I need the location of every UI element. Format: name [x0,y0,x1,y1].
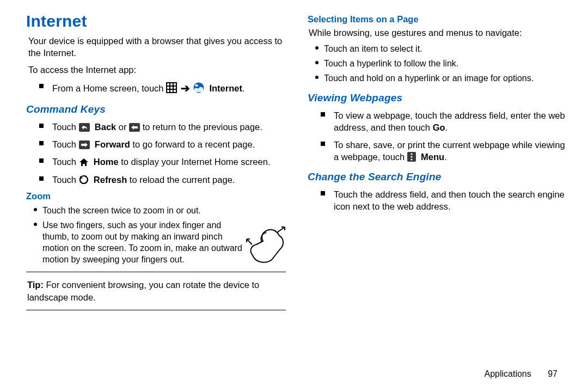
svg-point-18 [411,156,412,158]
change-engine-list: Touch the address field, and then touch … [308,188,567,213]
selecting-list: Touch an item to select it. Touch a hype… [308,43,567,84]
access-label: To access the Internet app: [26,64,286,76]
page-title: Internet [26,12,286,30]
viewing-list: To view a webpage, touch the address fie… [308,109,567,163]
viewing-item-1: To view a webpage, touch the address fie… [321,109,567,134]
svg-point-19 [411,159,412,161]
svg-rect-4 [167,87,169,89]
zoom-pinch-wrap: Use two fingers, such as your index fing… [42,219,286,265]
manual-page: Internet Your device is equipped with a … [0,0,588,392]
tip-label: Tip: [27,280,44,290]
svg-rect-7 [167,90,169,92]
change-engine-heading: Change the Search Engine [308,171,567,183]
text-pre: Touch [52,157,79,167]
selecting-intro: While browsing, use gestures and menus t… [309,27,567,39]
left-column: Internet Your device is equipped with a … [26,10,286,317]
divider-top [26,272,286,272]
access-steps: From a Home screen, touch ➔ [26,81,286,96]
text-post: to return to the previous page. [143,122,262,132]
text-post: to reload the current page. [130,175,235,185]
viewing-heading: Viewing Webpages [308,92,567,104]
viewing-item-2: To share, save, or print the current web… [321,139,567,163]
footer-page-number: 97 [548,369,558,378]
forward-arrow-icon [79,140,90,149]
command-keys-heading: Command Keys [26,103,286,115]
zoom-heading: Zoom [26,191,286,201]
text-post: to go forward to a recent page. [133,139,255,149]
two-column-layout: Internet Your device is equipped with a … [26,10,567,317]
internet-app-label: Internet [207,83,242,93]
svg-rect-1 [167,83,169,85]
intro-text: Your device is equipped with a browser t… [26,35,286,59]
svg-point-11 [195,84,198,87]
zoom-list: Touch the screen twice to zoom in or out… [26,205,286,266]
back-arrow-icon [129,123,140,132]
end: . [444,152,447,162]
menu-label: Menu [418,152,444,162]
home-item: Touch Home to display your Internet Home… [39,156,286,168]
refresh-icon [79,175,89,185]
selecting-heading: Selecting Items on a Page [308,14,567,24]
svg-rect-6 [174,87,176,89]
svg-point-17 [411,154,412,155]
text-mid: or [119,122,129,132]
text-pre: Touch [52,175,79,185]
home-icon [79,158,89,167]
text-post: to display your Internet Home screen. [121,157,270,167]
right-column: Selecting Items on a Page While browsing… [308,10,567,317]
step-text-pre: From a Home screen, touch [52,83,166,93]
forward-item: Touch Forward to go forward to a recent … [39,138,286,150]
globe-icon [193,82,204,93]
text: To view a webpage, touch the address fie… [334,111,565,132]
svg-rect-8 [170,90,173,92]
back-label: Back [92,122,116,132]
back-curved-icon [79,123,90,132]
refresh-item: Touch Refresh to reload the current page… [39,174,286,186]
svg-rect-2 [170,83,173,85]
selecting-item-1: Touch an item to select it. [315,43,567,54]
divider-bottom [26,310,286,310]
end: . [445,122,448,132]
selecting-item-2: Touch a hyperlink to follow the link. [315,58,567,69]
svg-rect-5 [170,87,173,89]
change-engine-item: Touch the address field, and then touch … [321,188,567,213]
zoom-item-1: Touch the screen twice to zoom in or out… [34,205,286,216]
period: . [242,83,245,93]
zoom-pinch-text: Use two fingers, such as your index fing… [42,220,242,264]
go-label: Go [433,122,445,132]
footer-section: Applications [484,369,531,378]
pinch-gesture-icon [246,223,289,269]
tip-text: For convenient browsing, you can rotate … [27,280,259,302]
zoom-item-2: Use two fingers, such as your index fing… [34,219,286,265]
text-pre: Touch [52,122,79,132]
text-pre: To share, save, or print the current web… [334,140,565,162]
svg-rect-9 [174,90,176,92]
arrow-right-icon: ➔ [180,81,191,96]
home-label: Home [91,157,118,167]
tip-block: Tip: For convenient browsing, you can ro… [26,279,286,303]
forward-label: Forward [92,139,130,149]
command-keys-list: Touch Back or [26,121,286,186]
apps-grid-icon [166,82,177,93]
selecting-item-3: Touch and hold on a hyperlink or an imag… [315,72,567,84]
page-footer: Applications 97 [484,369,558,379]
access-step-home: From a Home screen, touch ➔ [39,81,286,96]
refresh-label: Refresh [91,175,127,185]
menu-icon [407,152,416,162]
text-pre: Touch [52,139,79,149]
back-item: Touch Back or [39,121,286,133]
svg-rect-3 [174,83,176,85]
